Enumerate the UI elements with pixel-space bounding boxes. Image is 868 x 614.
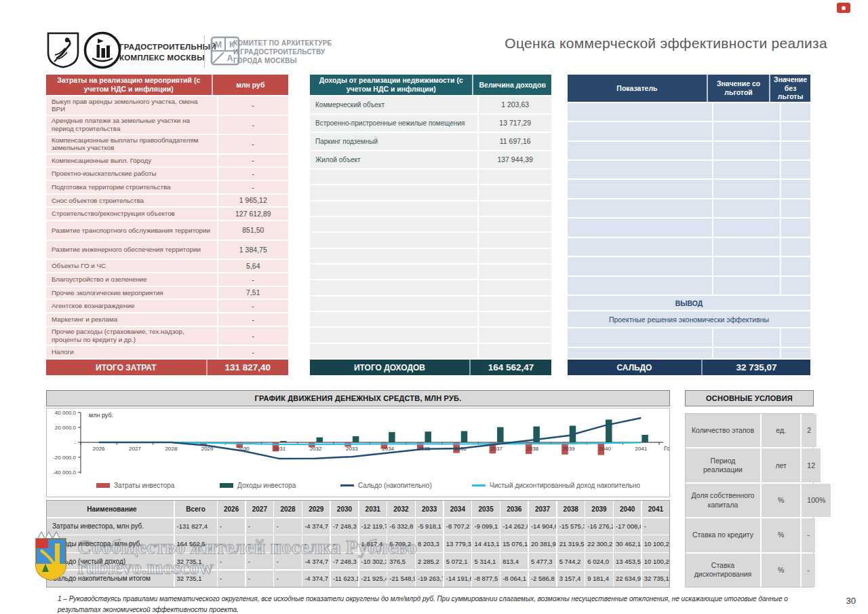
footnote: 1 – Руководствуясь правилами математичес…: [58, 594, 810, 614]
saldo-value: 32 735,07: [701, 360, 810, 375]
income-row: Паркинг подземный11 697,16: [310, 133, 551, 150]
indicator-empty-row: [568, 348, 810, 358]
chart-x-category-label: 2026: [93, 446, 105, 452]
cost-row: Компенсационные выплаты правообладателям…: [46, 135, 288, 153]
chart-y-tick-label: -40 000.0: [53, 469, 76, 476]
legend-label: Затраты инвестора: [114, 482, 174, 489]
indicator-empty-c2: [712, 199, 780, 217]
income-header-label: Доходы от реализации недвижимости (с уче…: [310, 75, 472, 95]
cashflow-cell: -4 374,7: [302, 553, 330, 569]
income-empty-value: [477, 233, 551, 247]
cashflow-cell: -9 099,1: [472, 518, 499, 535]
income-empty-value: [477, 185, 551, 199]
income-empty-label: [310, 185, 477, 199]
income-empty-row: [310, 312, 551, 326]
cost-row-label: Развитие транспортного обслуживания терр…: [46, 221, 217, 239]
chart-bar-income: [497, 427, 504, 442]
chart-x-category-label: 2038: [527, 446, 539, 452]
chart-line-saldo: [99, 418, 642, 459]
income-row-value: 137 944,39: [477, 151, 551, 168]
cashflow-header-year: 2027: [246, 501, 273, 517]
cashflow-cell: 15 076,1: [500, 535, 528, 552]
indicator-empty-c1: [568, 238, 712, 256]
indicator-empty-c1: [568, 122, 712, 140]
cashflow-cell: -12 119,7: [359, 518, 387, 535]
indicator-empty-c1: [568, 328, 712, 347]
condition-row: Период реализациилет12: [686, 448, 813, 482]
income-empty-row: [310, 280, 551, 294]
indicator-empty-c2: [712, 122, 780, 140]
income-row-label: Встроенно-пристроенные нежилые помещения: [310, 115, 477, 132]
cashflow-cell: -: [642, 518, 669, 535]
indicator-empty-c1: [568, 180, 712, 197]
cost-row-label: Развитие инженерного обеспечения террито…: [46, 241, 217, 259]
cost-row: Агентское вознаграждение-: [46, 300, 288, 312]
income-empty-label: [310, 312, 477, 326]
cost-row-value: -: [217, 313, 288, 326]
cost-row: Прочие расходы (страхование, тех.надзор,…: [46, 327, 288, 345]
indicator-empty-row: [568, 238, 810, 256]
cashflow-cell: -14 191,6: [444, 571, 471, 587]
income-empty-row: [310, 185, 551, 199]
cashflow-cell: -: [274, 535, 301, 552]
cashflow-row-name: Сальдо накопительным итогом: [47, 571, 174, 587]
cashflow-cell: -: [302, 535, 330, 552]
indicator-empty-c3: [780, 161, 810, 178]
header-divider: [204, 35, 205, 68]
cashflow-cell: 13 779,3: [444, 535, 471, 552]
indicators-table-header: Показатель Значение со льготой Значение …: [568, 75, 810, 102]
cashflow-chart-box: 40 000.020 000.0--20 000.0-40 000.020262…: [46, 408, 670, 497]
cashflow-chart: 40 000.020 000.0--20 000.0-40 000.020262…: [47, 408, 669, 478]
cashflow-cell: 6 024,0: [585, 553, 612, 569]
chart-bar-income: [353, 436, 359, 442]
cost-row-label: Подготовка территории строительства: [46, 181, 217, 193]
mka-letter-m: М: [215, 40, 222, 50]
costs-header-label: Затраты на реализацию мероприятий (с уче…: [46, 75, 212, 95]
income-empty-value: [477, 249, 551, 263]
cashflow-cell: 5 314,1: [472, 553, 499, 569]
indicator-empty-c3: [780, 199, 810, 217]
chart-x-category-label: 2027: [129, 446, 141, 452]
chart-bar-income: [280, 441, 287, 442]
legend-line-swatch: [472, 484, 486, 486]
cashflow-cell: -: [274, 518, 301, 535]
condition-name: Ставка дисконтирования: [686, 554, 760, 587]
cost-row: Развитие инженерного обеспечения террито…: [46, 241, 288, 259]
income-row: Жилой объект137 944,39: [310, 151, 551, 168]
moscow-coat-of-arms-icon: [46, 32, 80, 69]
chart-x-category-label: 2028: [165, 446, 177, 452]
cost-row-label: Арендные платежи за земельные участки на…: [46, 116, 217, 134]
cost-row-value: -: [217, 181, 288, 193]
cashflow-cell: 5 477,3: [529, 553, 556, 569]
cashflow-header-year: 2031: [359, 501, 387, 517]
indicator-empty-row: [568, 103, 810, 121]
chart-bar-income: [642, 435, 648, 442]
cashflow-cell: 8 203,3: [416, 535, 443, 552]
indicator-empty-c3: [780, 257, 810, 275]
gradkompleks-label: ГРАДОСТРОИТЕЛЬНЫЙ КОМПЛЕКС МОСКВЫ: [119, 42, 216, 63]
cost-row-value: -: [217, 116, 288, 134]
cashflow-cell: -8 064,1: [500, 571, 528, 587]
cost-row-value: -: [217, 155, 288, 167]
cashflow-cell: 32 735,1: [642, 571, 669, 587]
indicator-empty-c1: [568, 199, 712, 217]
income-header-unit: Величина доходов: [472, 75, 551, 95]
indicators-header-with-benefit: Значение со льготой: [707, 75, 769, 102]
income-row: Встроенно-пристроенные нежилые помещения…: [310, 115, 551, 132]
cost-row-label: Компенсационные выпл. Городу: [46, 155, 217, 167]
condition-name: Количество этапов: [686, 414, 760, 447]
chart-y-tick-label: -20 000.0: [53, 455, 76, 461]
income-table-footer: ИТОГО ДОХОДОВ 164 562,47: [310, 360, 551, 375]
income-row: Коммерческий объект1 203,63: [310, 96, 551, 113]
cashflow-header-year: 2026: [218, 501, 245, 517]
income-total-label: ИТОГО ДОХОДОВ: [310, 360, 469, 375]
mka-label-line2: И ГРАДОСТРОИТЕЛЬСТВУ: [233, 47, 332, 56]
indicator-empty-c1: [568, 277, 712, 294]
cost-row: Развитие транспортного обслуживания терр…: [46, 221, 288, 239]
cost-row-label: Компенсационные выплаты правообладателям…: [46, 135, 217, 153]
cashflow-table: НаименованиеВсего20262027202820292030203…: [46, 500, 670, 588]
cost-row: Объекты ГО и ЧС5,64: [46, 260, 288, 272]
income-empty-value: [477, 312, 551, 326]
income-table: Доходы от реализации недвижимости (с уче…: [310, 75, 551, 375]
cost-row-value: -: [217, 346, 288, 358]
